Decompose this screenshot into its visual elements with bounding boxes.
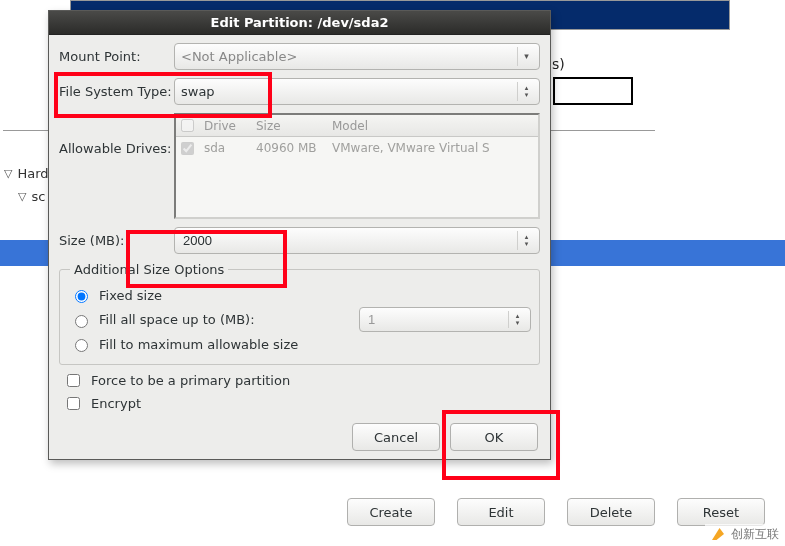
option-fixed-size[interactable]: Fixed size (70, 287, 531, 303)
fill-upto-spinner: ▴▾ (359, 307, 531, 332)
spinner-icon: ▴▾ (508, 311, 526, 328)
allowable-drives-label: Allowable Drives: (59, 141, 174, 156)
option-fixed-size-label: Fixed size (99, 288, 162, 303)
logo-icon (709, 525, 727, 543)
drive-row-drive: sda (198, 141, 250, 155)
size-input[interactable] (181, 232, 533, 249)
dialog-titlebar[interactable]: Edit Partition: /dev/sda2 (49, 11, 550, 35)
background-text-fragment: s) (552, 56, 565, 72)
tree-item-label: Hard (17, 166, 48, 181)
encrypt-label: Encrypt (91, 396, 141, 411)
edit-button[interactable]: Edit (457, 498, 545, 526)
additional-size-options: Additional Size Options Fixed size Fill … (59, 262, 540, 365)
watermark: 创新互联 (705, 524, 783, 544)
drives-header-model: Model (326, 119, 538, 133)
fstype-label: File System Type: (59, 84, 174, 99)
background-button-row: Create Edit Delete Reset (0, 498, 785, 526)
option-fill-upto-label: Fill all space up to (MB): (99, 312, 255, 327)
cancel-button[interactable]: Cancel (352, 423, 440, 451)
mount-point-combo[interactable]: <Not Applicable> ▲▾ (174, 43, 540, 70)
watermark-text: 创新互联 (731, 526, 779, 543)
drive-row-checkbox[interactable] (181, 142, 194, 155)
radio-fixed-size[interactable] (75, 290, 88, 303)
mount-point-value: <Not Applicable> (181, 49, 297, 64)
fstype-combo[interactable]: swap ▴▾ (174, 78, 540, 105)
size-spinner[interactable]: ▴▾ (174, 227, 540, 254)
fstype-value: swap (181, 84, 215, 99)
ok-button[interactable]: OK (450, 423, 538, 451)
device-tree: ▽ Hard ▽ sc (4, 166, 49, 212)
force-primary-label: Force to be a primary partition (91, 373, 290, 388)
fill-upto-input (366, 311, 524, 328)
force-primary-row[interactable]: Force to be a primary partition (63, 371, 540, 390)
drives-header-checkbox (181, 119, 194, 132)
option-fill-max-label: Fill to maximum allowable size (99, 337, 298, 352)
radio-fill-upto[interactable] (75, 315, 88, 328)
option-fill-upto[interactable]: Fill all space up to (MB): ▴▾ (70, 307, 531, 332)
drive-row-model: VMware, VMware Virtual S (326, 141, 538, 155)
drive-row-size: 40960 MB (250, 141, 326, 155)
spinner-icon[interactable]: ▴▾ (517, 231, 535, 250)
reset-button[interactable]: Reset (677, 498, 765, 526)
chevron-down-icon: ▽ (18, 190, 26, 203)
drives-header-drive: Drive (198, 119, 250, 133)
fstype-row: File System Type: swap ▴▾ (59, 78, 540, 105)
encrypt-row[interactable]: Encrypt (63, 394, 540, 413)
tree-item-label: sc (31, 189, 45, 204)
chevron-down-icon: ▽ (4, 167, 12, 180)
radio-fill-max[interactable] (75, 339, 88, 352)
dialog-button-row: Cancel OK (59, 417, 540, 453)
size-row: Size (MB): ▴▾ (59, 227, 540, 254)
allowable-drives-list[interactable]: Drive Size Model sda 40960 MB VMware, VM… (174, 113, 540, 219)
mount-point-row: Mount Point: <Not Applicable> ▲▾ (59, 43, 540, 70)
drives-header-size: Size (250, 119, 326, 133)
size-label: Size (MB): (59, 233, 174, 248)
edit-partition-dialog: Edit Partition: /dev/sda2 Mount Point: <… (48, 10, 551, 460)
encrypt-checkbox[interactable] (67, 397, 80, 410)
option-fill-max[interactable]: Fill to maximum allowable size (70, 336, 531, 352)
additional-size-legend: Additional Size Options (70, 262, 228, 277)
create-button[interactable]: Create (347, 498, 435, 526)
background-input-fragment (553, 77, 633, 105)
chevron-down-icon: ▲▾ (517, 47, 535, 66)
mount-point-label: Mount Point: (59, 49, 174, 64)
force-primary-checkbox[interactable] (67, 374, 80, 387)
drives-header: Drive Size Model (176, 115, 538, 137)
allowable-drives-row: Allowable Drives: Drive Size Model sda 4… (59, 113, 540, 219)
tree-item-sc[interactable]: ▽ sc (4, 189, 49, 204)
delete-button[interactable]: Delete (567, 498, 655, 526)
spinner-icon: ▴▾ (517, 82, 535, 101)
tree-item-hard[interactable]: ▽ Hard (4, 166, 49, 181)
drive-row[interactable]: sda 40960 MB VMware, VMware Virtual S (176, 137, 538, 159)
